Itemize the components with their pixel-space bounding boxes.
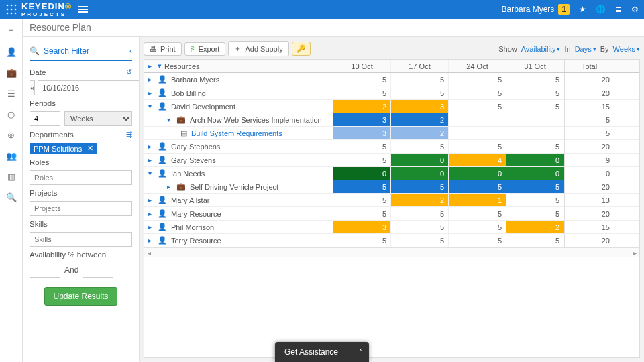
value-cell[interactable]: 5 bbox=[449, 100, 506, 113]
briefcase-icon[interactable]: 💼 bbox=[6, 68, 17, 78]
value-cell[interactable]: 4 bbox=[449, 154, 506, 166]
department-chip[interactable]: PPM Solutions✕ bbox=[30, 143, 97, 154]
avail-min-input[interactable] bbox=[30, 263, 60, 278]
value-cell[interactable]: 5 bbox=[333, 86, 391, 99]
expand-row-icon[interactable]: ▸ bbox=[148, 76, 155, 83]
value-cell[interactable] bbox=[449, 113, 506, 126]
value-cell[interactable]: 5 bbox=[449, 221, 506, 233]
expand-row-icon[interactable]: ▸ bbox=[148, 196, 155, 204]
expand-row-icon[interactable]: ▸ bbox=[148, 143, 155, 150]
value-cell[interactable]: 5 bbox=[391, 140, 449, 153]
grid-row[interactable]: ▸👤Mary Allstar521513 bbox=[144, 194, 639, 207]
remove-chip-icon[interactable]: ✕ bbox=[87, 144, 93, 153]
value-cell[interactable]: 5 bbox=[449, 207, 506, 220]
value-cell[interactable]: 2 bbox=[333, 100, 391, 113]
value-cell[interactable]: 5 bbox=[333, 194, 391, 206]
value-cell[interactable]: 5 bbox=[391, 86, 449, 99]
avail-max-input[interactable] bbox=[83, 263, 113, 278]
expand-row-icon[interactable]: ▸ bbox=[148, 223, 155, 231]
settings-gear-icon[interactable]: ⚙ bbox=[631, 5, 639, 14]
expand-row-icon[interactable]: ▾ bbox=[167, 116, 174, 123]
add-icon[interactable]: ＋ bbox=[7, 24, 15, 36]
grid-row[interactable]: ▾👤David Development235515 bbox=[144, 100, 639, 113]
add-supply-button[interactable]: ＋Add Supply bbox=[228, 41, 288, 56]
periods-input[interactable] bbox=[30, 111, 60, 126]
value-cell[interactable]: 0 bbox=[391, 154, 449, 166]
scroll-left-icon[interactable]: ◂ bbox=[144, 248, 154, 257]
print-button[interactable]: 🖶Print bbox=[144, 42, 182, 56]
task-link[interactable]: Build System Requirements bbox=[191, 129, 282, 137]
grid-row[interactable]: ▤Build System Requirements325 bbox=[144, 127, 639, 140]
scroll-right-icon[interactable]: ▸ bbox=[630, 248, 639, 257]
brand[interactable]: KEYEDIN® PROJECTS bbox=[5, 1, 72, 17]
value-cell[interactable]: 5 bbox=[506, 194, 564, 206]
value-cell[interactable]: 5 bbox=[391, 73, 449, 86]
value-cell[interactable]: 2 bbox=[391, 127, 449, 139]
value-cell[interactable]: 0 bbox=[333, 167, 391, 180]
grid-menu-icon[interactable]: ▾ bbox=[158, 62, 162, 70]
value-cell[interactable]: 0 bbox=[506, 154, 564, 166]
clock-icon[interactable]: ◷ bbox=[7, 109, 15, 119]
favorites-icon[interactable]: ★ bbox=[579, 5, 586, 14]
value-cell[interactable]: 0 bbox=[449, 167, 506, 180]
export-button[interactable]: ⎘Export bbox=[184, 42, 226, 56]
value-cell[interactable]: 5 bbox=[506, 73, 564, 86]
value-cell[interactable]: 5 bbox=[333, 154, 391, 166]
value-cell[interactable] bbox=[449, 127, 506, 139]
value-cell[interactable]: 3 bbox=[333, 113, 391, 126]
value-cell[interactable]: 5 bbox=[333, 140, 391, 153]
date-input[interactable] bbox=[38, 80, 140, 95]
sliders-icon[interactable]: ☰ bbox=[7, 88, 15, 99]
expand-all-icon[interactable]: ▸ bbox=[148, 62, 155, 70]
grid-row[interactable]: ▸👤Mary Resource555520 bbox=[144, 207, 639, 221]
current-user[interactable]: 👤 Barbara Myers 1 bbox=[488, 4, 570, 15]
date-prev-icon[interactable]: « bbox=[30, 80, 35, 95]
person-icon[interactable]: 👤 bbox=[6, 47, 17, 57]
projects-input[interactable] bbox=[30, 201, 132, 216]
value-cell[interactable]: 3 bbox=[333, 127, 391, 139]
search-icon[interactable]: 🔍 bbox=[6, 192, 17, 202]
expand-row-icon[interactable]: ▸ bbox=[167, 183, 174, 190]
expand-row-icon[interactable]: ▾ bbox=[148, 103, 155, 110]
grid-row[interactable]: ▸👤Terry Resource555520 bbox=[144, 234, 639, 247]
date-reset-icon[interactable]: ↺ bbox=[126, 68, 132, 76]
value-cell[interactable]: 5 bbox=[391, 234, 449, 247]
value-cell[interactable]: 2 bbox=[391, 194, 449, 206]
value-cell[interactable]: 1 bbox=[449, 194, 506, 206]
value-cell[interactable]: 5 bbox=[506, 100, 564, 113]
globe-icon[interactable]: 🌐 bbox=[596, 5, 606, 14]
value-cell[interactable]: 0 bbox=[391, 167, 449, 180]
value-cell[interactable]: 5 bbox=[333, 234, 391, 247]
dept-tree-icon[interactable]: ⇶ bbox=[126, 130, 132, 139]
value-cell[interactable]: 5 bbox=[506, 207, 564, 220]
grid-row[interactable]: ▸👤Phil Morrison355215 bbox=[144, 221, 639, 234]
value-cell[interactable]: 5 bbox=[506, 234, 564, 247]
list-icon[interactable]: ≣ bbox=[615, 5, 622, 14]
get-assistance-button[interactable]: Get Assistance ˄ bbox=[275, 342, 369, 362]
value-cell[interactable] bbox=[506, 127, 564, 139]
interval-dropdown[interactable]: Weeks▾ bbox=[613, 45, 640, 53]
availability-dropdown[interactable]: Availability▾ bbox=[521, 45, 561, 53]
menu-toggle-icon[interactable] bbox=[78, 5, 88, 14]
value-cell[interactable]: 5 bbox=[506, 180, 564, 193]
value-cell[interactable]: 5 bbox=[391, 207, 449, 220]
value-cell[interactable]: 5 bbox=[391, 180, 449, 193]
value-cell[interactable]: 3 bbox=[333, 221, 391, 233]
team-icon[interactable]: 👥 bbox=[6, 151, 17, 161]
value-cell[interactable]: 3 bbox=[391, 100, 449, 113]
collapse-filter-icon[interactable]: ‹ bbox=[129, 46, 132, 56]
value-cell[interactable]: 5 bbox=[333, 73, 391, 86]
expand-row-icon[interactable]: ▸ bbox=[148, 156, 155, 164]
expand-row-icon[interactable]: ▸ bbox=[148, 237, 155, 244]
value-cell[interactable]: 5 bbox=[449, 234, 506, 247]
grid-row[interactable]: ▾💼Arch Now Web Services Implementation32… bbox=[144, 113, 639, 127]
money-icon[interactable]: ⊚ bbox=[7, 130, 15, 140]
expand-row-icon[interactable]: ▸ bbox=[148, 89, 155, 97]
expand-row-icon[interactable]: ▸ bbox=[148, 210, 155, 217]
unit-dropdown[interactable]: Days▾ bbox=[575, 45, 596, 53]
value-cell[interactable]: 0 bbox=[506, 167, 564, 180]
grid-row[interactable]: ▸👤Gary Stevens50409 bbox=[144, 154, 639, 167]
value-cell[interactable]: 5 bbox=[506, 140, 564, 153]
color-key-button[interactable]: 🔑 bbox=[292, 42, 311, 56]
grid-row[interactable]: ▸👤Gary Stephens555520 bbox=[144, 140, 639, 154]
